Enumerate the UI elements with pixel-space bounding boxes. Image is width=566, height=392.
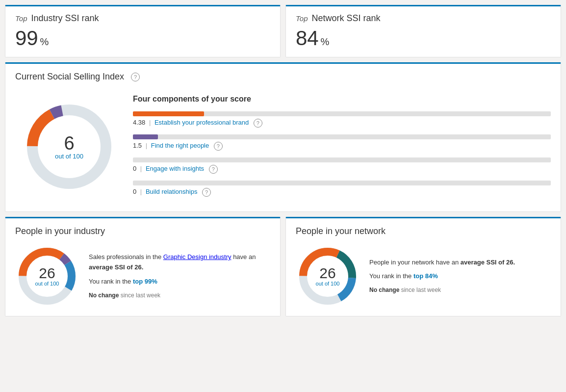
ssi-donut-section: 6 out of 100 [15, 90, 123, 204]
engage-score: 0 [133, 165, 136, 172]
component-build: 0 | Build relationships ? [133, 181, 551, 197]
industry-rank-text: You rank in the top 99% [89, 277, 270, 287]
ssi-title: Current Social Selling Index ? [15, 72, 551, 82]
industry-description: Sales professionals in the Graphic Desig… [89, 252, 270, 273]
find-score: 1.5 [133, 142, 142, 149]
ssi-components-section: Four components of your score 4.38 | Est… [133, 90, 551, 204]
network-top-label: Top [296, 14, 308, 23]
bottom-people-row: People in your industry 26 out of 100 [5, 217, 561, 316]
build-link[interactable]: Build relationships [146, 188, 198, 195]
components-title: Four components of your score [133, 95, 551, 104]
ssi-help-icon[interactable]: ? [131, 73, 140, 81]
industry-people-donut: 26 out of 100 [15, 244, 79, 308]
build-bar-bg [133, 181, 551, 185]
industry-people-body: 26 out of 100 Sales professionals in the… [15, 244, 270, 308]
establish-link[interactable]: Establish your professional brand [154, 119, 249, 126]
network-rank-text: You rank in the top 84% [369, 271, 551, 282]
network-people-title: People in your network [296, 226, 551, 236]
component-find: 1.5 | Find the right people ? [133, 134, 551, 151]
ssi-body: 6 out of 100 Four components of your sco… [15, 90, 551, 204]
network-people-outof: out of 100 [316, 281, 340, 287]
industry-rank-value: 99 [15, 26, 38, 50]
find-bar-fill [133, 134, 158, 139]
find-link[interactable]: Find the right people [151, 142, 209, 149]
find-help[interactable]: ? [214, 142, 223, 151]
industry-nochange: No change since last week [89, 291, 270, 300]
industry-people-title: People in your industry [15, 226, 270, 236]
industry-top-label: Top [15, 14, 27, 23]
engage-bar-bg [133, 157, 551, 162]
establish-bar-fill [133, 111, 204, 116]
network-rank-pct: % [321, 36, 330, 47]
network-people-body: 26 out of 100 People in your network hav… [296, 244, 551, 308]
establish-score: 4.38 [133, 119, 145, 126]
network-people-text: People in your network have an average S… [369, 258, 551, 295]
build-label: 0 | Build relationships ? [133, 188, 551, 197]
ssi-main-card: Current Social Selling Index ? 6 out of … [5, 62, 561, 212]
engage-help[interactable]: ? [209, 165, 218, 174]
industry-rank-title: Industry SSI rank [31, 13, 99, 24]
network-nochange: No change since last week [369, 286, 551, 295]
build-score: 0 [133, 188, 136, 195]
network-score-overlay: 26 out of 100 [316, 266, 340, 287]
network-people-donut: 26 out of 100 [296, 244, 360, 308]
industry-people-text: Sales professionals in the Graphic Desig… [89, 252, 270, 300]
industry-ssi-card: Top Industry SSI rank 99 % [5, 5, 281, 57]
industry-link[interactable]: Graphic Design industry [163, 253, 232, 261]
establish-label: 4.38 | Establish your professional brand… [133, 119, 551, 128]
find-label: 1.5 | Find the right people ? [133, 142, 551, 151]
engage-label: 0 | Engage with insights ? [133, 165, 551, 174]
ssi-score-outof: out of 100 [55, 153, 83, 160]
establish-bar-bg [133, 111, 551, 116]
industry-people-card: People in your industry 26 out of 100 [5, 217, 281, 316]
industry-people-score: 26 [35, 266, 59, 281]
industry-rank-pct: % [40, 36, 49, 47]
build-help[interactable]: ? [202, 188, 211, 197]
top-rank-row: Top Industry SSI rank 99 % Top Network S… [5, 5, 561, 57]
find-bar-bg [133, 134, 551, 139]
ssi-score-center: 6 out of 100 [55, 134, 83, 160]
establish-help[interactable]: ? [254, 119, 262, 128]
component-establish: 4.38 | Establish your professional brand… [133, 111, 551, 128]
network-description: People in your network have an average S… [369, 258, 551, 268]
engage-link[interactable]: Engage with insights [146, 165, 204, 172]
network-rank-value: 84 [296, 26, 319, 50]
component-engage: 0 | Engage with insights ? [133, 157, 551, 174]
network-rank-title: Network SSI rank [311, 13, 380, 24]
network-ssi-card: Top Network SSI rank 84 % [285, 5, 561, 57]
network-people-score: 26 [316, 266, 340, 281]
industry-score-overlay: 26 out of 100 [35, 266, 59, 287]
network-people-card: People in your network 26 out of 100 [285, 217, 561, 316]
industry-people-outof: out of 100 [35, 281, 59, 287]
ssi-score-big: 6 [55, 134, 83, 153]
